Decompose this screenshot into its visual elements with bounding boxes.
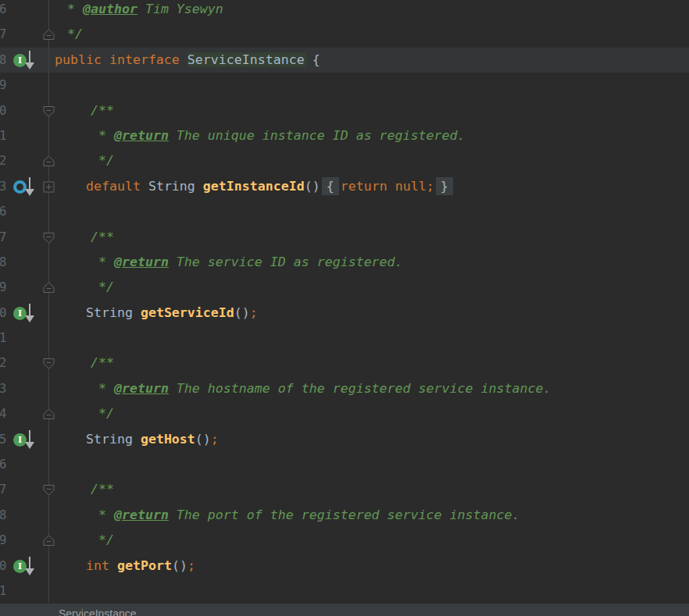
code-line[interactable]: 2 /** xyxy=(0,351,689,376)
code-line[interactable]: 7 /** xyxy=(0,225,689,250)
fold-end-icon[interactable] xyxy=(42,28,55,41)
code-token: public interface xyxy=(55,52,187,67)
navigate-down-arrow-icon[interactable] xyxy=(24,51,35,70)
code-line[interactable]: 6 xyxy=(0,452,689,477)
code-text: public interface ServiceInstance { xyxy=(55,48,320,73)
fold-collapsed-icon[interactable] xyxy=(42,180,55,194)
ide-editor: 6 * @author Tim Ysewyn7 */8Ipublic inter… xyxy=(0,0,689,616)
code-line[interactable]: 1 * @return The unique instance ID as re… xyxy=(0,123,689,148)
fold-start-icon[interactable] xyxy=(42,357,55,370)
code-line[interactable]: 7 /** xyxy=(0,477,689,502)
code-line[interactable]: 3 * @return The hostname of the register… xyxy=(0,376,689,401)
line-number[interactable]: 9 xyxy=(0,275,8,300)
line-number[interactable]: 6 xyxy=(0,199,8,224)
breadcrumb-item[interactable]: ServiceInstance xyxy=(59,607,137,616)
code-text: String getServiceId(); xyxy=(55,301,258,326)
line-number[interactable]: 8 xyxy=(0,48,8,73)
code-token: @author xyxy=(83,2,137,16)
fold-end-icon[interactable] xyxy=(42,534,55,547)
code-line[interactable]: 4 */ xyxy=(0,401,689,426)
code-token: * xyxy=(59,507,114,522)
code-line[interactable]: 6 xyxy=(0,199,689,224)
code-line[interactable]: 8 * @return The port of the registered s… xyxy=(0,503,689,528)
code-line[interactable]: 3 default String getInstanceId(){return … xyxy=(0,174,689,199)
code-token: ServiceInstance xyxy=(187,52,305,67)
code-token: default xyxy=(86,179,141,194)
fold-start-icon[interactable] xyxy=(42,483,55,497)
code-token: The port of the registered service insta… xyxy=(169,507,520,522)
code-text: default String getInstanceId(){return nu… xyxy=(55,174,455,199)
code-text: /** xyxy=(59,351,114,376)
code-line[interactable]: 9 */ xyxy=(0,528,689,553)
code-token: int xyxy=(86,558,109,573)
code-token: ; xyxy=(187,558,195,573)
code-line[interactable]: 0I int getPort(); xyxy=(0,554,689,579)
code-line[interactable]: 5I String getHost(); xyxy=(0,427,689,452)
navigate-down-arrow-icon[interactable] xyxy=(24,430,35,450)
line-number[interactable]: 0 xyxy=(0,98,8,123)
line-number[interactable]: 0 xyxy=(0,301,8,326)
line-number[interactable]: 4 xyxy=(0,401,8,426)
code-token: */ xyxy=(59,27,83,41)
line-number[interactable]: 6 xyxy=(0,452,8,477)
line-number[interactable]: 5 xyxy=(0,427,8,452)
code-line[interactable]: 9 xyxy=(0,73,689,98)
code-token: /** xyxy=(59,230,114,244)
code-line[interactable]: 0 /** xyxy=(0,98,689,123)
code-token: * xyxy=(59,381,114,396)
fold-start-icon[interactable] xyxy=(42,105,55,118)
code-token: String xyxy=(86,305,141,320)
code-token: /** xyxy=(59,355,114,370)
line-number[interactable]: 2 xyxy=(0,351,8,376)
line-number[interactable]: 9 xyxy=(0,528,8,553)
code-token xyxy=(55,558,86,573)
line-number[interactable]: 2 xyxy=(0,148,8,173)
code-text: * @return The unique instance ID as regi… xyxy=(59,123,466,148)
code-token: () xyxy=(172,558,187,573)
line-number[interactable]: 8 xyxy=(0,250,8,275)
line-number[interactable]: 3 xyxy=(0,174,8,199)
code-token: /** xyxy=(59,103,114,118)
navigate-down-arrow-icon[interactable] xyxy=(24,177,35,197)
fold-end-icon[interactable] xyxy=(42,408,55,421)
line-number[interactable]: 9 xyxy=(0,73,8,98)
navigate-down-arrow-icon[interactable] xyxy=(24,557,35,576)
code-token: getHost xyxy=(141,432,195,447)
code-token: Tim Ysewyn xyxy=(137,2,223,16)
navigate-down-arrow-icon[interactable] xyxy=(24,304,35,323)
breadcrumbs-bar: ServiceInstance xyxy=(0,603,689,616)
line-number[interactable]: 7 xyxy=(0,477,8,502)
line-number[interactable]: 1 xyxy=(0,326,8,351)
code-line[interactable]: 7 */ xyxy=(0,22,689,47)
code-token: () xyxy=(305,179,320,194)
code-line[interactable]: 2 */ xyxy=(0,148,689,173)
code-line[interactable]: 1 xyxy=(0,326,689,351)
code-text: * @return The service ID as registered. xyxy=(59,250,403,275)
code-token xyxy=(55,305,86,320)
code-line[interactable]: 6 * @author Tim Ysewyn xyxy=(0,0,689,22)
line-number[interactable]: 7 xyxy=(0,225,8,250)
code-line[interactable]: 9 */ xyxy=(0,275,689,300)
code-token: */ xyxy=(59,406,114,421)
code-token: */ xyxy=(59,280,114,294)
code-token: * xyxy=(59,255,114,269)
line-number[interactable]: 0 xyxy=(0,554,8,579)
code-line[interactable]: 1 xyxy=(0,579,689,604)
line-number[interactable]: 1 xyxy=(0,123,8,148)
code-line[interactable]: 0I String getServiceId(); xyxy=(0,301,689,326)
fold-start-icon[interactable] xyxy=(42,231,55,244)
code-token: * xyxy=(59,2,83,16)
line-number[interactable]: 7 xyxy=(0,22,8,47)
fold-end-icon[interactable] xyxy=(42,155,55,168)
code-text: * @return The port of the registered ser… xyxy=(59,503,519,528)
code-line[interactable]: 8 * @return The service ID as registered… xyxy=(0,250,689,275)
code-line[interactable]: 8Ipublic interface ServiceInstance { xyxy=(0,48,689,73)
code-token: return xyxy=(341,179,387,194)
line-number[interactable]: 6 xyxy=(0,0,8,22)
code-token: @return xyxy=(114,128,169,143)
code-text: /** xyxy=(59,98,114,123)
line-number[interactable]: 3 xyxy=(0,376,8,401)
line-number[interactable]: 1 xyxy=(0,579,8,604)
line-number[interactable]: 8 xyxy=(0,503,8,528)
fold-end-icon[interactable] xyxy=(42,281,55,294)
